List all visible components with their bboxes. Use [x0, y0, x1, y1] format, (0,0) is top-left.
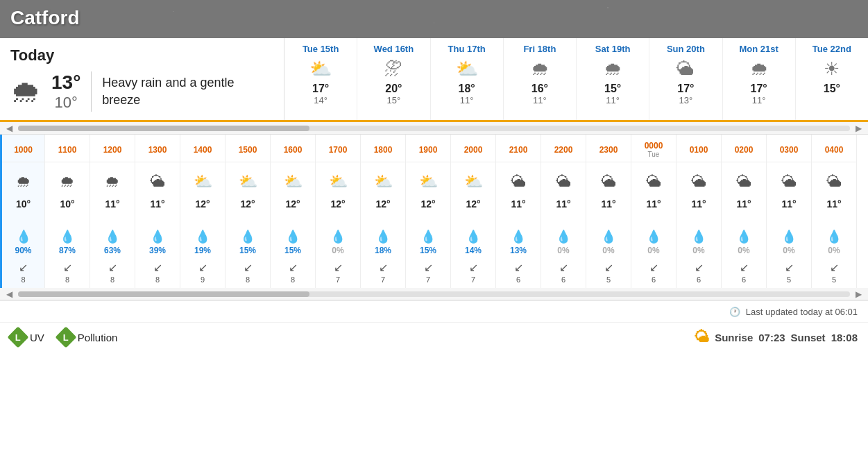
today-low-temp: 10° — [55, 94, 78, 112]
rain-percent: 15% — [406, 244, 450, 258]
scroll-thumb-bottom — [18, 291, 309, 297]
forecast-day-label: Wed 16th — [361, 44, 426, 54]
rain-drop-icon: 💧 — [722, 225, 766, 244]
wind-speed: 8 — [45, 274, 90, 288]
hour-time-value: 1600 — [284, 145, 303, 155]
hour-time-value: 0400 — [825, 145, 844, 155]
forecast-day-7[interactable]: Tue 22nd ☀ 15° — [796, 38, 868, 120]
forecast-day-label: Mon 21st — [726, 44, 792, 54]
wind-speed: 6 — [496, 274, 541, 288]
hour-high-temp: 12° — [451, 197, 495, 211]
wind-speed: 6 — [676, 274, 721, 288]
city-title: Catford — [0, 0, 868, 36]
hour-low-temp — [496, 211, 541, 225]
hour-weather-icon: 🌥 — [541, 162, 586, 197]
scroll-left-arrow[interactable]: ◀ — [3, 123, 15, 133]
header: Catford — [0, 0, 868, 38]
hour-high-temp: 11° — [631, 197, 676, 211]
bottom-bar: L UV L Pollution 🌤 Sunrise 07:23 Sunset … — [0, 322, 868, 352]
scroll-track-top[interactable] — [18, 126, 850, 131]
hour-high-temp: 10° — [2, 197, 44, 211]
hour-weather-icon: ⛅ — [361, 162, 405, 197]
forecast-day-label: Sat 19th — [580, 44, 645, 54]
forecast-day-0[interactable]: Tue 15th ⛅ 17° 14° — [284, 38, 357, 120]
forecast-day-2[interactable]: Thu 17th ⛅ 18° 11° — [431, 38, 504, 120]
forecast-day-low: 11° — [726, 95, 792, 105]
wind-icon: ↙ — [451, 258, 495, 274]
wind-icon: ↙ — [90, 258, 135, 274]
rain-drop-icon: 💧 — [135, 225, 180, 244]
hour-low-temp — [631, 211, 676, 225]
forecast-day-4[interactable]: Sat 19th 🌧 15° 11° — [577, 38, 649, 120]
hour-time-value: 2000 — [464, 145, 483, 155]
hour-time: 1500 — [225, 135, 270, 162]
hour-col-2100: 2100 🌥 11° 💧 13% ↙ 6 — [496, 135, 541, 288]
forecast-day-label: Sun 20th — [653, 44, 718, 54]
hour-time: 1900 — [406, 135, 450, 162]
scroll-left-arrow-bottom[interactable]: ◀ — [3, 289, 15, 299]
forecast-day-icon: ☀ — [799, 58, 865, 80]
hour-col-1600: 1600 ⛅ 12° 💧 15% ↙ 8 — [271, 135, 316, 288]
hour-weather-icon: 🌥 — [722, 162, 766, 197]
rain-percent: 63% — [90, 244, 135, 258]
today-high-temp: 13° — [51, 71, 80, 94]
rain-drop-icon: 💧 — [451, 225, 495, 244]
hour-time: 1200 — [90, 135, 135, 162]
wind-icon: ↙ — [631, 258, 676, 274]
forecast-day-6[interactable]: Mon 21st 🌧 17° 11° — [723, 38, 796, 120]
hour-time: 0200 — [722, 135, 766, 162]
rain-percent: 15% — [225, 244, 270, 258]
uv-level: L — [15, 332, 21, 342]
forecast-day-5[interactable]: Sun 20th 🌥 17° 13° — [649, 38, 722, 120]
uv-badge: L UV — [10, 330, 44, 345]
rain-drop-icon: 💧 — [225, 225, 270, 244]
forecast-day-low: 11° — [507, 95, 572, 105]
scroll-track-bottom[interactable] — [18, 291, 850, 297]
scroll-right-arrow[interactable]: ▶ — [853, 123, 865, 133]
hour-weather-icon: 🌥 — [631, 162, 676, 197]
wind-speed: 7 — [451, 274, 495, 288]
forecast-day-icon: 🌧 — [507, 58, 572, 80]
forecast-day-icon: ⛅ — [434, 58, 500, 80]
rain-drop-icon: 💧 — [631, 225, 676, 244]
hour-low-temp — [271, 211, 315, 225]
hour-time-value: 1800 — [374, 145, 393, 155]
forecast-day-label: Tue 15th — [288, 44, 353, 54]
rain-drop-icon: 💧 — [767, 225, 811, 244]
hour-time-value: 1400 — [194, 145, 212, 155]
forecast-day-label: Fri 18th — [507, 44, 572, 54]
today-label: Today — [10, 46, 273, 65]
wind-speed: 7 — [406, 274, 450, 288]
hour-col-0000: 0000 Tue 🌥 11° 💧 0% ↙ 6 — [631, 135, 676, 288]
hour-time-value: 1700 — [329, 145, 348, 155]
rain-drop-icon: 💧 — [406, 225, 450, 244]
scroll-right-arrow-bottom[interactable]: ▶ — [853, 289, 865, 299]
wind-speed: 8 — [2, 274, 44, 288]
forecast-day-3[interactable]: Fri 18th 🌧 16° 11° — [504, 38, 577, 120]
hour-high-temp: 11° — [496, 197, 541, 211]
hour-time: 0300 — [767, 135, 811, 162]
rain-drop-icon: 💧 — [361, 225, 405, 244]
hour-low-temp — [676, 211, 721, 225]
hourly-wrapper[interactable]: 1000 🌧 10° 💧 90% ↙ 8 1100 🌧 10° 💧 87% ↙ … — [0, 135, 868, 288]
wind-speed: 7 — [361, 274, 405, 288]
hour-high-temp: 12° — [316, 197, 360, 211]
forecast-strip: Tue 15th ⛅ 17° 14° Wed 16th ⛈ 20° 15° Th… — [284, 38, 868, 120]
hour-time-value: 2200 — [554, 145, 573, 155]
hour-high-temp: 12° — [225, 197, 270, 211]
scroll-bar-bottom: ◀ ▶ — [0, 288, 868, 300]
hourly-table: 1000 🌧 10° 💧 90% ↙ 8 1100 🌧 10° 💧 87% ↙ … — [0, 135, 868, 288]
sunrise-time: 07:23 — [758, 332, 785, 343]
hour-time: 1600 — [271, 135, 315, 162]
hour-col-1500: 1500 ⛅ 12° 💧 15% ↙ 8 — [225, 135, 271, 288]
hour-time: 1700 — [316, 135, 360, 162]
forecast-day-1[interactable]: Wed 16th ⛈ 20° 15° — [357, 38, 430, 120]
last-updated-row: 🕐 Last updated today at 06:01 — [0, 300, 868, 322]
hour-high-temp: 12° — [271, 197, 315, 211]
forecast-day-icon: ⛈ — [361, 58, 426, 80]
hour-time: 2100 — [496, 135, 541, 162]
hour-high-temp: 11° — [676, 197, 721, 211]
forecast-day-low: 11° — [434, 95, 500, 105]
hour-low-temp — [586, 211, 631, 225]
forecast-day-low: 11° — [580, 95, 645, 105]
